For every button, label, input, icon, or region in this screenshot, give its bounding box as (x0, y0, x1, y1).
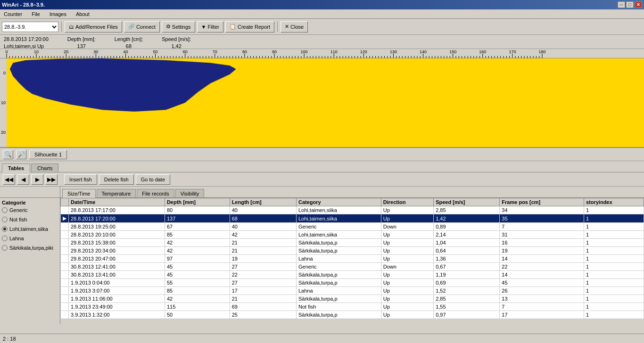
table-cell: 85 (165, 287, 230, 295)
cat-item-generic[interactable]: Generic (2, 207, 58, 213)
cat-label-lohi: Lohi,taimen,siika (9, 226, 48, 232)
menu-item-images[interactable]: Images (48, 10, 68, 18)
table-cell: 7 (500, 223, 584, 231)
table-cell: 1 (584, 295, 644, 303)
delete-fish-button[interactable]: Delete fish (99, 174, 134, 185)
first-record-button[interactable]: ◀◀ (3, 174, 15, 185)
table-row[interactable]: 30.8.2013 13:41:004522Särkikala,turpa,pU… (61, 271, 644, 279)
table-row[interactable]: 1.9.2013 3:07:008517LahnaUp1,52261 (61, 287, 644, 295)
table-row[interactable]: 28.8.2013 20:10:008542Lohi,taimen,siikaU… (61, 231, 644, 239)
next-record-button[interactable]: ▶ (31, 174, 43, 185)
table-cell: 68 (230, 214, 296, 223)
table-row[interactable]: ▶28.8.2013 17:20:0013768Lohi,taimen,siik… (61, 214, 644, 223)
table-cell: 2,85 (434, 295, 500, 303)
table-cell: 31 (500, 231, 584, 239)
y-label-20: 20 (1, 130, 6, 135)
window-title: WinAri - 28.8–3.9. (2, 2, 45, 8)
sub-tab-visibility[interactable]: Visibility (175, 189, 205, 197)
y-label-10: 10 (1, 100, 6, 105)
cat-label-generic: Generic (9, 207, 28, 213)
table-cell: 55 (165, 279, 230, 287)
table-row[interactable]: 29.8.2013 20:47:009719LahnaUp1,36141 (61, 255, 644, 263)
cat-item-sarkikala[interactable]: Särkikala,turpa,piki (2, 245, 58, 251)
minimize-button[interactable]: ─ (618, 1, 625, 8)
col-length[interactable]: Length [cm] (230, 198, 296, 206)
table-row[interactable]: 1.9.2013 0:04:005527Särkikala,turpa,pUp0… (61, 279, 644, 287)
table-cell: Generic (296, 263, 381, 271)
table-row[interactable]: 28.8.2013 17:17:008040Lohi,taimen,siikaU… (61, 206, 644, 214)
radio-sarkikala[interactable] (2, 245, 8, 251)
settings-button[interactable]: ⚙ Settings (162, 21, 195, 33)
cat-item-notfish[interactable]: Not fish (2, 217, 58, 222)
table-cell: 16 (500, 239, 584, 247)
table-cell: Lahna (296, 287, 381, 295)
add-remove-files-button[interactable]: 🗂 Add/Remove Files (65, 21, 122, 33)
table-cell: 1 (584, 206, 644, 214)
table-cell: 1 (584, 287, 644, 295)
window-close-button[interactable]: ✕ (635, 1, 642, 8)
col-direction[interactable]: Direction (381, 198, 433, 206)
table-cell: 26 (500, 287, 584, 295)
col-storyindex[interactable]: storyindex (584, 198, 644, 206)
table-row[interactable]: 1.9.2013 11:06:004221Särkikala,turpa,pUp… (61, 295, 644, 303)
create-report-button[interactable]: 📋 Create Report (225, 21, 274, 33)
connect-button[interactable]: 🔗 Connect (124, 21, 160, 33)
table-cell: 0,67 (434, 263, 500, 271)
tab-tables[interactable]: Tables (2, 163, 30, 172)
zoom-out-icon: 🔎 (18, 151, 25, 158)
period-dropdown[interactable]: 28.8.-3.9. (2, 22, 58, 32)
sub-tab-temperature[interactable]: Temperature (97, 189, 136, 197)
cat-item-lohi[interactable]: Lohi,taimen,siika (2, 226, 58, 232)
table-cell: 3.9.2013 1:32:00 (69, 311, 165, 319)
radio-generic[interactable] (2, 207, 8, 213)
radio-notfish[interactable] (2, 217, 8, 222)
table-cell: 21 (230, 247, 296, 255)
col-depth[interactable]: Depth [mm] (165, 198, 230, 206)
menu-item-about[interactable]: About (74, 10, 91, 18)
close-button[interactable]: ✕ Close (281, 21, 308, 33)
maximize-button[interactable]: □ (626, 1, 634, 8)
table-cell: 21 (230, 239, 296, 247)
last-record-button[interactable]: ▶▶ (45, 174, 58, 185)
table-row[interactable]: 3.9.2013 1:32:005025Särkikala,turpa,pUp0… (61, 311, 644, 319)
table-cell: Up (381, 247, 433, 255)
col-speed[interactable]: Speed [m/s] (434, 198, 500, 206)
toolbar-separator-1 (61, 22, 62, 32)
table-scroll[interactable]: Date/Time Depth [mm] Length [cm] Categor… (60, 198, 644, 324)
table-cell: 115 (165, 303, 230, 311)
goto-date-button[interactable]: Go to date (136, 174, 170, 185)
menu-item-file[interactable]: File (30, 10, 42, 18)
sub-tab-sizetime[interactable]: Size/Time (62, 189, 96, 198)
sub-tab-filerecords[interactable]: File records (137, 189, 174, 197)
silhouette-button[interactable]: Silhouette 1 (29, 150, 67, 159)
table-row[interactable]: 29.8.2013 20:34:004221Särkikala,turpa,pU… (61, 247, 644, 255)
table-cell: 1,36 (434, 255, 500, 263)
zoom-out-button[interactable]: 🔎 (16, 150, 26, 159)
cat-item-lahna[interactable]: Lahna (2, 236, 58, 241)
col-framepos[interactable]: Frame pos [cm] (500, 198, 584, 206)
table-row[interactable]: 29.8.2013 15:38:004221Särkikala,turpa,pU… (61, 239, 644, 247)
fish-visualization: 0 10 20 (0, 58, 644, 148)
table-cell: 1 (584, 239, 644, 247)
toolbar-separator-2 (277, 22, 278, 32)
table-row[interactable]: 28.8.2013 19:25:006740GenericDown0,8971 (61, 223, 644, 231)
table-cell: 28.8.2013 20:10:00 (69, 231, 165, 239)
table-cell: Lohi,taimen,siika (296, 214, 381, 223)
zoom-in-button[interactable]: 🔍 (3, 150, 13, 159)
sub-tabs: Size/Time Temperature File records Visib… (60, 187, 644, 198)
col-category[interactable]: Category (296, 198, 381, 206)
radio-lahna[interactable] (2, 236, 8, 241)
table-row[interactable]: 30.8.2013 12:41:004527GenericDown0,67221 (61, 263, 644, 271)
filter-button[interactable]: ▼ Filter (197, 21, 223, 33)
cat-label-sarkikala: Särkikala,turpa,piki (9, 245, 53, 251)
table-cell: 1 (584, 223, 644, 231)
category-panel: Categorie Generic Not fish Lohi,taimen,s… (0, 198, 60, 324)
table-row[interactable]: 1.9.2013 23:49:0011569Not fishUp1,5571 (61, 303, 644, 311)
table-cell: Särkikala,turpa,p (296, 271, 381, 279)
menu-item-counter[interactable]: Counter (2, 10, 24, 18)
prev-record-button[interactable]: ◀ (17, 174, 29, 185)
tab-charts[interactable]: Charts (31, 163, 58, 172)
insert-fish-button[interactable]: Insert fish (64, 174, 97, 185)
radio-lohi[interactable] (2, 226, 8, 232)
col-datetime[interactable]: Date/Time (69, 198, 165, 206)
